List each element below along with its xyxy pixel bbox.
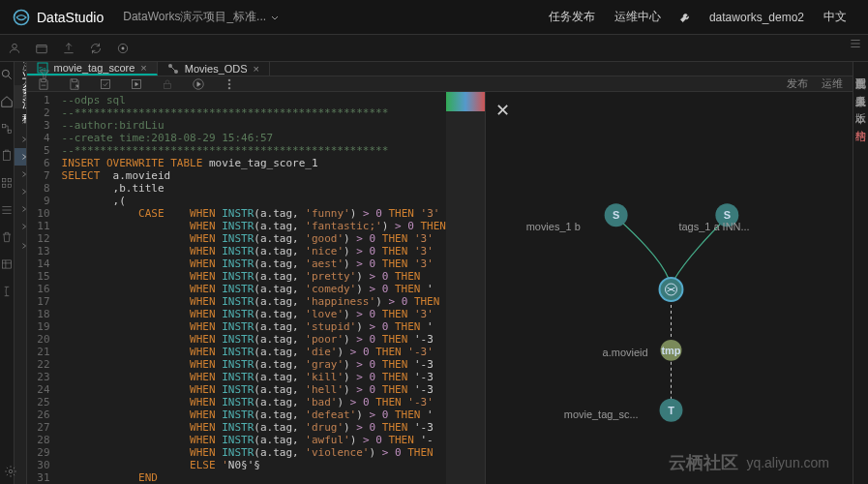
graph-node-label: movies_1 b — [526, 221, 581, 232]
refresh-icon[interactable] — [89, 42, 103, 55]
workflow-icon[interactable] — [0, 122, 14, 136]
lineage-graph-pane: ✕ S movies_1 b S tags_1 a INN... tmp — [485, 92, 853, 484]
svg-point-33 — [228, 87, 230, 89]
right-rail: 调度配置 血缘关系 版本 结构 — [853, 62, 868, 484]
svg-text:S: S — [724, 209, 731, 221]
run-icon[interactable] — [192, 77, 205, 91]
lineage-graph[interactable]: S movies_1 b S tags_1 a INN... tmp a.mov… — [486, 92, 853, 484]
svg-point-43 — [9, 469, 13, 473]
tab-movies-ods[interactable]: Movies_ODS × — [158, 62, 270, 76]
wrench-icon[interactable] — [678, 11, 692, 24]
svg-rect-13 — [2, 260, 11, 268]
svg-text:tmp: tmp — [661, 345, 680, 356]
svg-rect-6 — [2, 124, 6, 128]
search-icon[interactable] — [0, 68, 14, 81]
workflow-tree: 推荐引擎workshop DataWorks_Test Movi shanyun… — [15, 108, 26, 257]
svg-text:S: S — [613, 209, 619, 221]
graph-node-label: movie_tag_sc... — [564, 408, 639, 420]
save-as-icon[interactable] — [68, 77, 81, 91]
code-editor[interactable]: 1234567891011121314151617181920212223242… — [27, 92, 485, 484]
svg-rect-10 — [8, 178, 12, 182]
chevron-right-icon — [20, 153, 26, 161]
svg-rect-2 — [37, 45, 47, 52]
trash-icon[interactable] — [0, 230, 14, 244]
language-switch[interactable]: 中文 — [823, 9, 847, 25]
grid-icon[interactable] — [0, 176, 14, 190]
function-icon[interactable] — [0, 285, 14, 298]
lock-icon[interactable] — [161, 77, 174, 91]
node-icon — [167, 63, 179, 75]
svg-rect-11 — [2, 184, 6, 188]
logo: DataStudio — [12, 8, 104, 27]
code-content[interactable]: --odps sql--****************************… — [56, 92, 446, 484]
sidebar-section-workflow[interactable]: 业务流程 — [15, 85, 27, 108]
line-gutter: 1234567891011121314151617181920212223242… — [27, 92, 56, 484]
tree-item[interactable]: WorkShop_0809 — [15, 200, 26, 218]
clipboard-icon[interactable] — [0, 149, 14, 163]
content-area: Sq movie_tag_score × Movies_ODS × 发布 运维 — [27, 62, 853, 484]
publish-link[interactable]: 发布 — [787, 76, 808, 91]
sidebar: 解决方案 业务流程 推荐引擎workshop DataWorks_Test Mo… — [15, 62, 27, 484]
editor-toolbar: 发布 运维 — [27, 76, 853, 92]
submit-run-icon[interactable] — [130, 77, 143, 91]
product-name: DataStudio — [37, 10, 104, 25]
header: DataStudio DataWorks演示项目_标准... 任务发布 运维中心… — [0, 0, 868, 35]
svg-rect-12 — [8, 184, 12, 188]
logo-icon — [12, 8, 31, 27]
chevron-right-icon — [20, 223, 26, 230]
new-folder-icon[interactable] — [35, 42, 48, 55]
left-rail — [0, 62, 15, 484]
svg-rect-7 — [8, 130, 12, 134]
home-icon[interactable] — [0, 95, 14, 108]
tree-item[interactable]: workshop — [15, 183, 26, 200]
svg-point-1 — [13, 44, 17, 48]
filter-icon[interactable] — [38, 68, 51, 81]
workspace-name[interactable]: dataworks_demo2 — [709, 11, 804, 24]
upload-icon[interactable] — [62, 42, 75, 55]
svg-rect-27 — [101, 79, 109, 88]
svg-point-4 — [122, 46, 124, 48]
chevron-right-icon — [20, 205, 26, 213]
minimap[interactable] — [446, 92, 485, 484]
close-icon[interactable]: ✕ — [495, 100, 510, 121]
graph-node-label: tags_1 a INN... — [678, 221, 749, 232]
close-icon[interactable]: × — [254, 63, 259, 75]
chevron-right-icon — [20, 188, 26, 196]
table-icon[interactable] — [0, 257, 14, 271]
tree-item[interactable]: shanyun828 — [15, 166, 26, 183]
menu-icon[interactable] — [849, 37, 862, 50]
svg-text:T: T — [668, 405, 674, 416]
svg-point-32 — [228, 83, 230, 85]
tree-item[interactable]: WorkShop_Movie — [15, 218, 26, 235]
task-publish-link[interactable]: 任务发布 — [549, 9, 595, 25]
chevron-right-icon — [20, 242, 26, 250]
gear-icon[interactable] — [4, 465, 17, 478]
tree-item[interactable]: zhr测试 — [15, 235, 26, 256]
project-name: DataWorks演示项目_标准... — [123, 9, 266, 25]
locate-icon[interactable] — [116, 42, 130, 55]
chevron-down-icon — [270, 13, 280, 22]
project-dropdown[interactable]: DataWorks演示项目_标准... — [123, 9, 280, 25]
user-icon[interactable] — [8, 42, 21, 55]
ops-center-link[interactable]: 运维中心 — [614, 9, 661, 25]
svg-rect-29 — [164, 83, 170, 88]
more-icon[interactable] — [223, 77, 236, 91]
chevron-right-icon — [20, 117, 26, 125]
graph-node-label: a.movieid — [603, 347, 648, 358]
editor-tabs: Sq movie_tag_score × Movies_ODS × — [27, 62, 853, 76]
chevron-right-icon — [20, 136, 26, 143]
svg-rect-8 — [4, 151, 11, 160]
close-icon[interactable]: × — [140, 62, 146, 74]
svg-point-5 — [2, 70, 9, 76]
ops-link[interactable]: 运维 — [822, 76, 843, 91]
tree-item[interactable]: DataWorks_Test — [15, 131, 26, 148]
svg-point-31 — [228, 79, 230, 81]
global-toolbar — [0, 35, 868, 62]
list-icon[interactable] — [0, 203, 14, 217]
chevron-right-icon — [20, 170, 26, 178]
submit-icon[interactable] — [99, 77, 112, 91]
tree-item-selected[interactable]: Movi — [15, 148, 26, 166]
svg-rect-9 — [2, 178, 6, 182]
